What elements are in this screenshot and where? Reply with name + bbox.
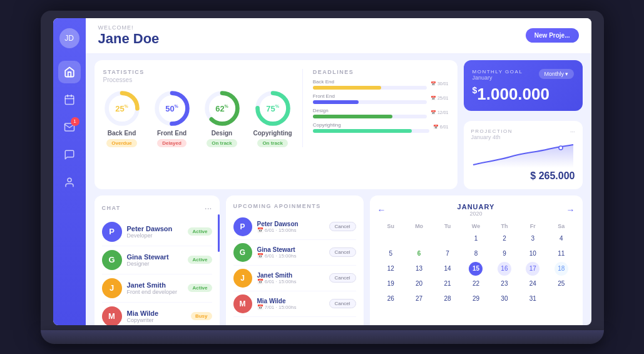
- calendar-day[interactable]: 12: [384, 262, 397, 276]
- goal-amount: $1.000.000: [473, 86, 574, 102]
- appt-name: Gina Stewart: [257, 246, 324, 253]
- calendar-day[interactable]: 26: [384, 292, 397, 306]
- calendar-day[interactable]: 6: [412, 247, 426, 261]
- projection-label: PROJECTION: [471, 128, 513, 134]
- stat-item: 50% Front End Delayed: [153, 90, 191, 147]
- chat-item[interactable]: M Mia Wilde Copywriter Busy: [102, 303, 212, 325]
- stat-badge: Delayed: [157, 139, 187, 147]
- stat-item: 62% Design On track: [203, 90, 241, 147]
- circle-value: 75%: [266, 103, 279, 113]
- status-badge: Busy: [191, 312, 212, 320]
- deadline-item: Back End 📅 30/01: [313, 79, 449, 90]
- stat-item: 75% Copyrighting On track: [253, 90, 292, 147]
- appt-name: Janet Smith: [257, 272, 324, 279]
- calendar-day[interactable]: 2: [498, 232, 511, 246]
- chat-item[interactable]: P Peter Dawson Developer Active: [102, 218, 212, 246]
- deadline-name: Copyrighting: [313, 122, 429, 128]
- circle-value: 62%: [215, 103, 228, 113]
- deadline-bar-fill: [313, 129, 412, 133]
- calendar-day-label: Mo: [406, 222, 432, 231]
- cancel-appointment-button[interactable]: Cancel: [329, 247, 356, 257]
- cancel-appointment-button[interactable]: Cancel: [329, 222, 356, 231]
- calendar-day[interactable]: 13: [412, 262, 426, 276]
- calendar-empty-cell: [434, 232, 461, 246]
- deadlines-label: Deadlines: [313, 69, 449, 75]
- screen-bezel: JD: [41, 11, 604, 330]
- sidebar: JD: [53, 18, 86, 325]
- calendar-day[interactable]: 8: [469, 247, 483, 261]
- calendar-day[interactable]: 16: [498, 262, 511, 276]
- deadline-date: 📅 25/01: [431, 96, 448, 101]
- deadline-bar-wrap: Front End: [313, 93, 427, 104]
- calendar-day-label: Su: [377, 222, 404, 231]
- status-badge: Active: [188, 284, 212, 292]
- chat-role: Designer: [127, 261, 183, 267]
- sidebar-item-user[interactable]: [58, 171, 81, 194]
- chat-info: Peter Dawson Developer: [127, 225, 183, 239]
- calendar-day[interactable]: 25: [555, 277, 568, 291]
- chat-item[interactable]: J Janet Smith Front end developer Active: [102, 274, 212, 303]
- calendar-next-button[interactable]: →: [566, 205, 575, 215]
- stat-name: Copyrighting: [253, 130, 292, 137]
- appt-name: Peter Dawson: [257, 221, 324, 227]
- cancel-appointment-button[interactable]: Cancel: [329, 299, 356, 308]
- calendar-day[interactable]: 19: [384, 277, 397, 291]
- appointments-list: P Peter Dawson 📅 6/01 · 15:00hs Cancel G…: [233, 214, 356, 317]
- calendar-day[interactable]: 28: [441, 292, 454, 306]
- laptop-screen: JD: [53, 18, 591, 325]
- stat-name: Design: [212, 130, 232, 137]
- header-left: WELCOME! Jane Doe: [98, 24, 160, 47]
- deadline-bar-wrap: Design: [313, 108, 427, 118]
- calendar-day[interactable]: 10: [526, 247, 539, 261]
- chat-info: Mia Wilde Copywriter: [127, 310, 186, 323]
- calendar-day[interactable]: 29: [469, 292, 483, 306]
- chat-list: P Peter Dawson Developer Active G Gina S…: [102, 218, 212, 325]
- calendar-day[interactable]: 11: [555, 247, 568, 261]
- deadline-name: Back End: [313, 79, 427, 85]
- calendar-prev-button[interactable]: ←: [377, 205, 386, 215]
- stat-badge: On track: [207, 139, 237, 147]
- calendar-day[interactable]: 15: [469, 262, 483, 276]
- calendar-day[interactable]: 14: [441, 262, 454, 276]
- chat-menu[interactable]: ···: [205, 203, 212, 213]
- deadline-bar-fill: [313, 86, 381, 90]
- chat-item[interactable]: G Gina Stewart Designer Active: [102, 246, 212, 274]
- calendar-day[interactable]: 9: [498, 247, 511, 261]
- calendar-day[interactable]: 23: [498, 277, 511, 291]
- sidebar-item-mail[interactable]: 1: [58, 116, 81, 138]
- deadline-bar-fill: [313, 100, 359, 104]
- deadline-bar-fill: [313, 115, 393, 118]
- stats-label: STATISTICS: [103, 69, 292, 75]
- appt-header: UPCOMING APOINMENTS: [233, 203, 356, 209]
- right-column: MONTHLY GOAL January Monthly ▾ $1.000.00…: [464, 60, 583, 189]
- deadline-date: 📅 6/01: [433, 125, 449, 130]
- calendar-day[interactable]: 1: [469, 232, 483, 246]
- sidebar-item-chat[interactable]: [58, 143, 81, 166]
- calendar-day[interactable]: 7: [441, 247, 454, 261]
- monthly-filter-button[interactable]: Monthly ▾: [539, 69, 573, 79]
- calendar-day[interactable]: 4: [555, 232, 568, 246]
- calendar-day-label: Th: [491, 222, 518, 231]
- calendar-day[interactable]: 31: [526, 292, 539, 306]
- calendar-day[interactable]: 18: [555, 262, 568, 276]
- cancel-appointment-button[interactable]: Cancel: [329, 273, 356, 283]
- calendar-day[interactable]: 27: [412, 292, 426, 306]
- sidebar-item-calendar[interactable]: [58, 88, 81, 111]
- calendar-day[interactable]: 5: [384, 247, 397, 261]
- appointment-item: J Janet Smith 📅 6/01 · 15:00hs Cancel: [233, 266, 356, 291]
- appt-name: Mia Wilde: [257, 298, 324, 305]
- dashboard-grid: STATISTICS Processes 25% Back End Overdu…: [86, 54, 591, 325]
- calendar-day[interactable]: 20: [412, 277, 426, 291]
- calendar-day[interactable]: 17: [526, 262, 539, 276]
- calendar-day[interactable]: 22: [469, 277, 483, 291]
- calendar-day[interactable]: 30: [498, 292, 511, 306]
- sidebar-item-home[interactable]: [58, 61, 81, 83]
- header: WELCOME! Jane Doe New Proje...: [86, 18, 591, 54]
- chat-role: Front end developer: [127, 289, 183, 295]
- circle-chart: 75%: [254, 90, 292, 127]
- calendar-day[interactable]: 21: [441, 277, 454, 291]
- calendar-day[interactable]: 3: [526, 232, 539, 246]
- calendar-day[interactable]: 24: [526, 277, 539, 291]
- new-project-button[interactable]: New Proje...: [526, 28, 579, 43]
- projection-more[interactable]: ···: [570, 128, 575, 140]
